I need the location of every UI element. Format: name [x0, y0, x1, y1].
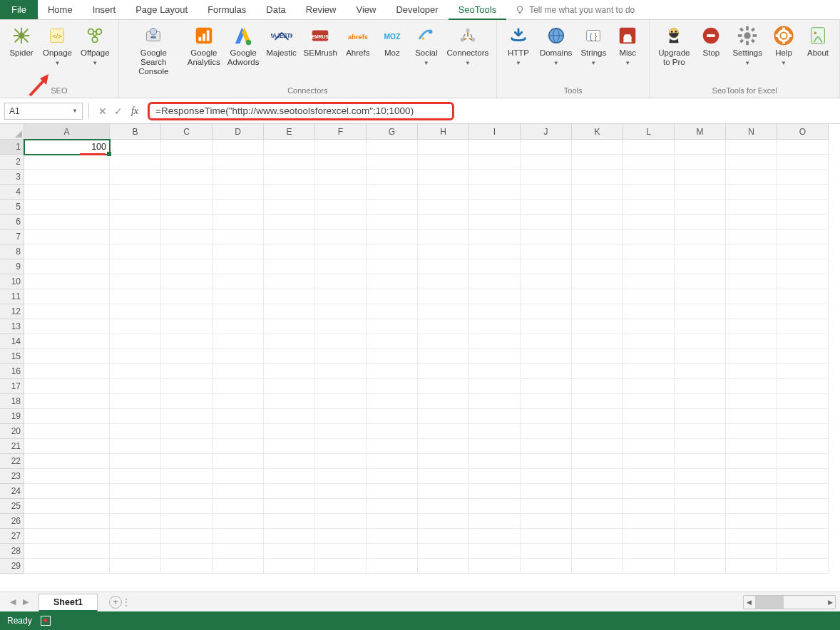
cell[interactable] — [418, 319, 469, 334]
cell[interactable] — [212, 259, 264, 274]
cell[interactable] — [726, 185, 777, 200]
column-header[interactable]: K — [572, 124, 623, 140]
cell[interactable] — [623, 259, 675, 274]
cell[interactable] — [777, 394, 829, 409]
cell[interactable] — [161, 155, 212, 170]
row-header[interactable]: 2 — [0, 155, 24, 170]
cell[interactable] — [110, 514, 161, 529]
column-header[interactable]: G — [367, 124, 418, 140]
cell[interactable] — [418, 409, 469, 424]
cell[interactable] — [623, 409, 675, 424]
cell[interactable] — [726, 454, 777, 469]
cell[interactable] — [315, 185, 367, 200]
cell[interactable] — [521, 155, 572, 170]
cell[interactable] — [418, 559, 469, 574]
cell[interactable] — [212, 289, 264, 304]
cell[interactable] — [675, 259, 726, 274]
cell[interactable] — [675, 319, 726, 334]
select-all-corner[interactable] — [0, 124, 24, 140]
formula-input[interactable]: =ResponseTime("http://www.seotoolsforexc… — [148, 102, 454, 120]
cell[interactable] — [367, 379, 418, 394]
cell[interactable] — [469, 185, 521, 200]
cell[interactable] — [675, 155, 726, 170]
cell[interactable] — [469, 394, 521, 409]
cell[interactable] — [572, 215, 623, 229]
cell[interactable] — [623, 274, 675, 289]
row-header[interactable]: 7 — [0, 229, 24, 244]
help-button[interactable]: Help▼ — [767, 23, 801, 86]
cell[interactable] — [110, 394, 161, 409]
cell[interactable] — [110, 185, 161, 200]
cell[interactable] — [675, 200, 726, 215]
cell[interactable] — [572, 200, 623, 215]
google-adwords-button[interactable]: Google Adwords — [224, 23, 263, 86]
cell[interactable] — [110, 319, 161, 334]
cell[interactable] — [315, 170, 367, 185]
cell[interactable] — [110, 289, 161, 304]
row-header[interactable]: 8 — [0, 244, 24, 259]
cell[interactable] — [726, 170, 777, 185]
cell[interactable] — [264, 394, 315, 409]
cell[interactable]: 100 — [24, 140, 110, 155]
column-header[interactable]: A — [24, 124, 110, 140]
cell[interactable] — [726, 274, 777, 289]
spider-button[interactable]: Spider — [4, 23, 39, 86]
cell[interactable] — [777, 544, 829, 559]
cell[interactable] — [110, 334, 161, 349]
cell[interactable] — [521, 454, 572, 469]
cell[interactable] — [212, 529, 264, 544]
cell[interactable] — [161, 454, 212, 469]
cell[interactable] — [212, 304, 264, 319]
cell[interactable] — [367, 170, 418, 185]
cell[interactable] — [24, 229, 110, 244]
cell[interactable] — [777, 215, 829, 229]
cell[interactable] — [675, 424, 726, 439]
cell[interactable] — [24, 274, 110, 289]
cell[interactable] — [264, 439, 315, 454]
name-box[interactable]: A1 ▼ — [4, 103, 83, 120]
cell[interactable] — [469, 334, 521, 349]
cell[interactable] — [24, 364, 110, 379]
cell[interactable] — [212, 379, 264, 394]
cell[interactable] — [24, 185, 110, 200]
cell[interactable] — [264, 319, 315, 334]
cell[interactable] — [675, 529, 726, 544]
cell[interactable] — [161, 289, 212, 304]
cell[interactable] — [264, 484, 315, 499]
cell[interactable] — [110, 424, 161, 439]
cell[interactable] — [315, 469, 367, 484]
cell[interactable] — [24, 454, 110, 469]
row-header[interactable]: 14 — [0, 334, 24, 349]
cell[interactable] — [161, 544, 212, 559]
cell[interactable] — [675, 544, 726, 559]
cell[interactable] — [264, 409, 315, 424]
cell[interactable] — [264, 215, 315, 229]
cell[interactable] — [726, 544, 777, 559]
cell[interactable] — [264, 499, 315, 514]
cell[interactable] — [521, 394, 572, 409]
cell[interactable] — [469, 469, 521, 484]
cell[interactable] — [675, 289, 726, 304]
cell[interactable] — [777, 319, 829, 334]
cell[interactable] — [777, 424, 829, 439]
upgrade-button[interactable]: Upgrade to Pro — [654, 23, 694, 86]
cell[interactable] — [623, 215, 675, 229]
sheet-nav[interactable]: ◀ ▶ — [0, 597, 39, 606]
google-analytics-button[interactable]: Google Analytics — [184, 23, 224, 86]
stop-button[interactable]: Stop — [694, 23, 728, 86]
cell[interactable] — [161, 529, 212, 544]
cell[interactable] — [24, 469, 110, 484]
cell[interactable] — [161, 215, 212, 229]
column-header[interactable]: O — [777, 124, 829, 140]
cell[interactable] — [777, 259, 829, 274]
cell[interactable] — [110, 155, 161, 170]
column-header[interactable]: B — [110, 124, 161, 140]
tab-insert[interactable]: Insert — [83, 0, 126, 19]
cell[interactable] — [418, 364, 469, 379]
cell[interactable] — [418, 424, 469, 439]
cell[interactable] — [469, 259, 521, 274]
column-header[interactable]: C — [161, 124, 212, 140]
row-header[interactable]: 4 — [0, 185, 24, 200]
column-header[interactable]: N — [726, 124, 777, 140]
cell[interactable] — [726, 439, 777, 454]
